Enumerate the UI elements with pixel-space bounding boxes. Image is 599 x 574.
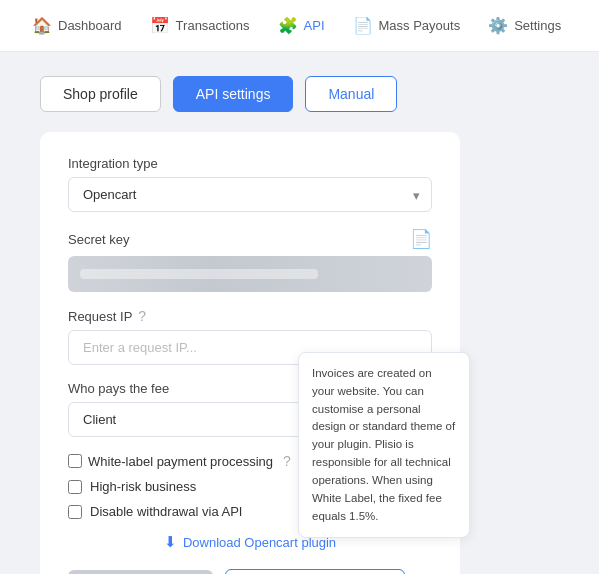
api-settings-card: Integration type Opencart Secret key 📄 (40, 132, 460, 574)
white-label-row: White-label payment processing ? (68, 453, 291, 469)
integration-type-group: Integration type Opencart (68, 156, 432, 212)
white-label-checkbox-label: White-label payment processing (88, 454, 273, 469)
tab-shop-profile[interactable]: Shop profile (40, 76, 161, 112)
nav-transactions-label: Transactions (176, 18, 250, 33)
nav-api[interactable]: 🧩 API (266, 8, 337, 43)
who-pays-label: Who pays the fee (68, 381, 169, 396)
api-icon: 🧩 (278, 16, 298, 35)
tooltip-box: Invoices are created on your website. Yo… (298, 352, 470, 538)
tab-manual[interactable]: Manual (305, 76, 397, 112)
secret-key-bar (68, 256, 432, 292)
copy-icon[interactable]: 📄 (410, 228, 432, 250)
top-navigation: 🏠 Dashboard 📅 Transactions 🧩 API 📄 Mass … (0, 0, 599, 52)
nav-mass-payouts-label: Mass Payouts (379, 18, 461, 33)
high-risk-checkbox-label: High-risk business (90, 479, 196, 494)
tab-buttons: Shop profile API settings Manual (40, 76, 559, 112)
main-content: Shop profile API settings Manual Integra… (0, 52, 599, 574)
nav-mass-payouts[interactable]: 📄 Mass Payouts (341, 8, 473, 43)
request-ip-help-icon[interactable]: ? (138, 308, 146, 324)
integration-type-select[interactable]: Opencart (68, 177, 432, 212)
settings-icon: ⚙️ (488, 16, 508, 35)
request-ip-label: Request IP (68, 309, 132, 324)
integration-type-label: Integration type (68, 156, 158, 171)
secret-key-masked (80, 269, 318, 279)
tab-api-settings[interactable]: API settings (173, 76, 294, 112)
mass-payouts-icon: 📄 (353, 16, 373, 35)
save-changes-button[interactable]: Save changes (68, 570, 213, 574)
nav-settings[interactable]: ⚙️ Settings (476, 8, 573, 43)
nav-api-label: API (304, 18, 325, 33)
action-buttons: Save changes 🧩 How to use plugin? (68, 569, 432, 574)
how-to-use-button[interactable]: 🧩 How to use plugin? (225, 569, 405, 574)
disable-withdrawal-checkbox-label: Disable withdrawal via API (90, 504, 242, 519)
integration-type-select-wrapper: Opencart (68, 177, 432, 212)
white-label-help-icon[interactable]: ? (283, 453, 291, 469)
nav-dashboard[interactable]: 🏠 Dashboard (20, 8, 134, 43)
download-icon: ⬇ (164, 533, 177, 551)
nav-dashboard-label: Dashboard (58, 18, 122, 33)
tooltip-text: Invoices are created on your website. Yo… (312, 367, 455, 522)
secret-key-label: Secret key (68, 232, 129, 247)
transactions-icon: 📅 (150, 16, 170, 35)
white-label-checkbox[interactable] (68, 454, 82, 468)
high-risk-checkbox[interactable] (68, 480, 82, 494)
nav-settings-label: Settings (514, 18, 561, 33)
nav-transactions[interactable]: 📅 Transactions (138, 8, 262, 43)
disable-withdrawal-checkbox[interactable] (68, 505, 82, 519)
secret-key-group: Secret key 📄 (68, 228, 432, 292)
dashboard-icon: 🏠 (32, 16, 52, 35)
